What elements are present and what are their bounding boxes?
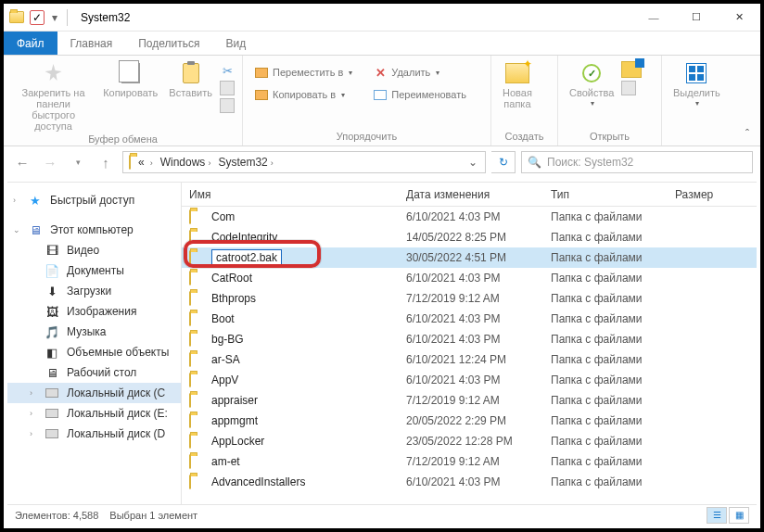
rename-input[interactable]: catroot2.bak xyxy=(211,249,282,266)
table-row[interactable]: CodeIntegrity14/05/2022 8:25 PMПапка с ф… xyxy=(182,227,757,247)
table-row[interactable]: Com6/10/2021 4:03 PMПапка с файлами xyxy=(182,207,757,227)
table-row[interactable]: appmgmt20/05/2022 2:29 PMПапка с файлами xyxy=(182,411,757,431)
properties-button[interactable]: ✓ Свойства ▾ xyxy=(566,59,618,109)
table-row[interactable]: AdvancedInstallers6/10/2021 4:03 PMПапка… xyxy=(182,472,757,492)
sidebar-disk-c[interactable]: ›Локальный диск (C xyxy=(7,383,181,403)
paste-button[interactable]: Вставить xyxy=(165,59,216,98)
paste-extra: ✂ xyxy=(220,59,235,113)
minimize-button[interactable]: — xyxy=(632,4,675,32)
table-row[interactable]: CatRoot6/10/2021 4:03 PMПапка с файлами xyxy=(182,268,757,288)
sidebar-disk-d[interactable]: ›Локальный диск (D xyxy=(7,424,181,444)
folder-icon xyxy=(189,333,204,346)
address-dropdown-icon[interactable]: ⌄ xyxy=(463,156,483,169)
sidebar-videos[interactable]: 🎞Видео xyxy=(7,240,181,260)
col-size[interactable]: Размер xyxy=(675,188,757,201)
file-type: Папка с файлами xyxy=(551,231,675,244)
cut-icon[interactable]: ✂ xyxy=(220,63,235,78)
file-type: Папка с файлами xyxy=(551,374,675,386)
maximize-button[interactable]: ☐ xyxy=(675,4,718,32)
open-icon[interactable] xyxy=(621,61,642,78)
disk-icon xyxy=(45,386,59,400)
forward-button[interactable]: → xyxy=(39,151,61,173)
delete-button[interactable]: ✕Удалить▾ xyxy=(369,63,470,82)
sidebar-3d-objects[interactable]: ◧Объемные объекты xyxy=(7,342,181,362)
folder-icon xyxy=(189,374,204,386)
navigation-pane[interactable]: ›★Быстрый доступ ⌄🖥Этот компьютер 🎞Видео… xyxy=(7,183,182,504)
titlebar: ✓ ▾ System32 — ☐ ✕ xyxy=(4,4,760,32)
new-folder-button[interactable]: Новая папка xyxy=(499,59,536,109)
pc-icon: 🖥 xyxy=(28,222,43,237)
ribbon-collapse-button[interactable]: ˆ xyxy=(740,127,755,142)
view-icons-button[interactable]: ▦ xyxy=(729,507,749,524)
table-row[interactable]: am-et7/12/2019 9:12 AMПапка с файлами xyxy=(182,451,757,472)
table-row[interactable]: catroot2.bak30/05/2022 4:51 PMПапка с фа… xyxy=(182,247,757,268)
file-type: Папка с файлами xyxy=(551,272,675,285)
copy-icon xyxy=(118,61,144,85)
downloads-icon: ⬇ xyxy=(45,284,59,298)
paste-shortcut-icon[interactable] xyxy=(220,98,235,113)
rename-button[interactable]: Переименовать xyxy=(369,85,470,104)
col-date[interactable]: Дата изменения xyxy=(406,188,551,201)
paste-icon xyxy=(178,61,204,85)
col-name[interactable]: Имя xyxy=(189,188,406,201)
copy-to-button[interactable]: Копировать в▾ xyxy=(250,85,356,104)
col-type[interactable]: Тип xyxy=(551,188,675,201)
folder-icon xyxy=(189,251,204,264)
qat-dropdown-icon[interactable]: ▾ xyxy=(50,13,59,22)
copy-button[interactable]: Копировать xyxy=(99,59,161,98)
ribbon-group-select: Выделить ▾ ˆ xyxy=(662,56,760,146)
move-to-button[interactable]: Переместить в▾ xyxy=(250,63,356,82)
folder-icon xyxy=(189,210,204,223)
breadcrumb[interactable]: «› Windows› System32› ⌄ xyxy=(122,151,486,173)
edit-icon[interactable] xyxy=(621,81,636,95)
tab-share[interactable]: Поделиться xyxy=(125,32,212,55)
sidebar-disk-e[interactable]: ›Локальный диск (E: xyxy=(7,403,181,424)
view-details-button[interactable]: ☰ xyxy=(707,507,727,524)
sidebar-this-pc[interactable]: ⌄🖥Этот компьютер xyxy=(7,220,181,240)
refresh-button[interactable]: ↻ xyxy=(491,151,516,173)
sidebar-downloads[interactable]: ⬇Загрузки xyxy=(7,281,181,301)
file-type: Папка с файлами xyxy=(551,210,675,223)
table-row[interactable]: Boot6/10/2021 4:03 PMПапка с файлами xyxy=(182,309,757,329)
back-button[interactable]: ← xyxy=(11,151,33,173)
file-date: 7/12/2019 9:12 AM xyxy=(406,455,551,468)
properties-icon: ✓ xyxy=(579,61,605,85)
table-row[interactable]: Bthprops7/12/2019 9:12 AMПапка с файлами xyxy=(182,288,757,309)
table-row[interactable]: AppV6/10/2021 4:03 PMПапка с файлами xyxy=(182,370,757,390)
select-button[interactable]: Выделить ▾ xyxy=(669,59,724,109)
sidebar-desktop[interactable]: 🖥Рабочий стол xyxy=(7,362,181,383)
file-name: am-et xyxy=(211,455,406,468)
up-button[interactable]: ↑ xyxy=(95,151,117,173)
file-list[interactable]: Имя Дата изменения Тип Размер Com6/10/20… xyxy=(182,183,757,504)
file-name: CatRoot xyxy=(211,272,406,285)
sidebar-documents[interactable]: 📄Документы xyxy=(7,260,181,281)
tab-file[interactable]: Файл xyxy=(4,32,57,55)
search-placeholder: Поиск: System32 xyxy=(547,156,633,169)
breadcrumb-prefix[interactable]: «› xyxy=(134,156,157,169)
pin-button[interactable]: Закрепить на панели быстрого доступа xyxy=(11,59,96,132)
recent-dropdown[interactable]: ▾ xyxy=(67,151,89,173)
pin-icon xyxy=(41,61,67,85)
table-row[interactable]: AppLocker23/05/2022 12:28 PMПапка с файл… xyxy=(182,431,757,451)
breadcrumb-windows[interactable]: Windows› xyxy=(157,156,215,169)
table-row[interactable]: bg-BG6/10/2021 4:03 PMПапка с файлами xyxy=(182,329,757,349)
file-date: 6/10/2021 4:03 PM xyxy=(406,312,551,325)
tab-home[interactable]: Главная xyxy=(57,32,126,55)
file-name: CodeIntegrity xyxy=(211,231,406,244)
disk-icon xyxy=(45,426,59,441)
table-row[interactable]: ar-SA6/10/2021 12:24 PMПапка с файлами xyxy=(182,349,757,370)
close-button[interactable]: ✕ xyxy=(718,4,760,32)
folder-icon xyxy=(189,475,204,488)
breadcrumb-system32[interactable]: System32› xyxy=(214,156,276,169)
file-type: Папка с файлами xyxy=(551,353,675,366)
copy-path-icon[interactable] xyxy=(220,81,235,95)
folder-icon xyxy=(189,312,204,325)
table-row[interactable]: appraiser7/12/2019 9:12 AMПапка с файлам… xyxy=(182,390,757,411)
qat-button[interactable]: ✓ xyxy=(30,10,45,25)
sidebar-pictures[interactable]: 🖼Изображения xyxy=(7,301,181,322)
tab-view[interactable]: Вид xyxy=(212,32,259,55)
select-icon xyxy=(683,61,709,85)
sidebar-quick-access[interactable]: ›★Быстрый доступ xyxy=(7,190,181,210)
search-input[interactable]: 🔍 Поиск: System32 xyxy=(521,151,753,173)
sidebar-music[interactable]: 🎵Музыка xyxy=(7,322,181,342)
